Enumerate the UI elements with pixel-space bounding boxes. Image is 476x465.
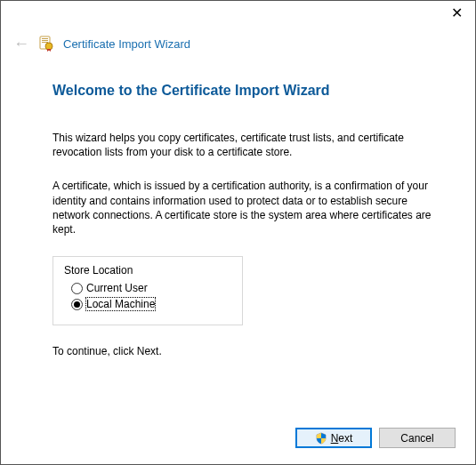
next-button[interactable]: Next [295,428,372,448]
radio-icon [71,283,83,294]
titlebar: ✕ [1,1,475,31]
svg-rect-2 [42,40,48,41]
content-area: Welcome to the Certificate Import Wizard… [1,56,475,357]
close-icon[interactable]: ✕ [446,4,468,21]
wizard-title: Certificate Import Wizard [63,37,190,51]
description-text: A certificate, which is issued by a cert… [52,179,434,237]
radio-current-user[interactable]: Current User [71,282,231,294]
continue-hint: To continue, click Next. [52,345,434,357]
svg-rect-1 [42,38,48,39]
intro-text: This wizard helps you copy certificates,… [52,131,434,159]
svg-point-4 [45,43,52,50]
radio-label-current-user: Current User [86,282,148,294]
wizard-header: ← Certificate Import Wizard [1,31,475,56]
radio-label-local-machine: Local Machine [86,298,155,310]
back-arrow-icon: ← [13,36,29,52]
cancel-button-label: Cancel [400,432,433,445]
svg-rect-3 [42,42,48,43]
next-button-label: Next [331,432,353,445]
footer-buttons: Next Cancel [295,428,456,448]
store-location-legend: Store Location [64,264,231,277]
certificate-icon [38,36,54,52]
uac-shield-icon [315,432,327,445]
store-location-group: Store Location Current User Local Machin… [52,256,243,325]
cancel-button[interactable]: Cancel [379,428,456,448]
radio-icon [71,299,83,310]
page-heading: Welcome to the Certificate Import Wizard [52,83,434,99]
radio-local-machine[interactable]: Local Machine [71,298,231,310]
